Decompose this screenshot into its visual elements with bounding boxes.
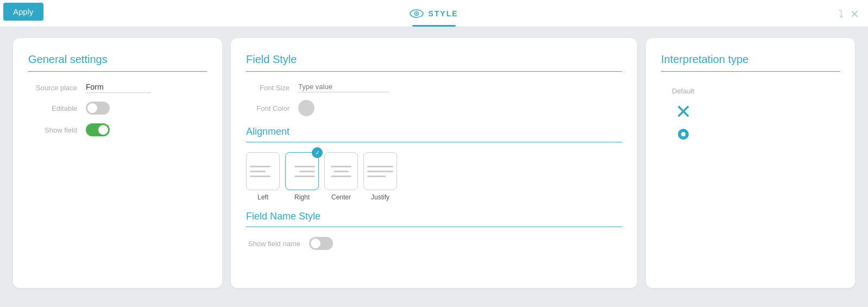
align-option-justify[interactable]: Justify <box>363 152 397 201</box>
field-style-card: Field Style Font Size Font Color Alignme… <box>231 38 637 288</box>
interpretation-options: Default ✕ <box>661 83 840 144</box>
align-check-right: ✓ <box>312 147 323 158</box>
style-underline <box>412 25 456 27</box>
left-line-3 <box>250 176 271 177</box>
justify-line-1 <box>367 166 393 167</box>
eye-icon <box>410 9 424 18</box>
show-field-slider <box>86 123 110 136</box>
editable-toggle[interactable] <box>86 102 110 115</box>
general-settings-card: General settings Source place Form Edita… <box>13 38 222 288</box>
field-name-style-section: Field Name Style Show field name <box>246 211 622 250</box>
field-style-title: Field Style <box>246 53 622 72</box>
style-title: STYLE <box>410 9 458 18</box>
apply-button[interactable]: Apply <box>3 3 43 21</box>
show-field-row: Show field <box>28 123 207 136</box>
style-label: STYLE <box>428 9 458 18</box>
font-size-label: Font Size <box>246 84 290 92</box>
interp-default-radio[interactable] <box>678 129 689 140</box>
align-box-left <box>246 152 280 190</box>
source-place-row: Source place Form <box>28 83 207 93</box>
close-icon[interactable]: ✕ <box>850 8 859 21</box>
align-label-justify: Justify <box>371 193 389 201</box>
left-line-1 <box>250 166 271 167</box>
right-line-1 <box>294 166 315 167</box>
interpretation-card: Interpretation type Default ✕ <box>646 38 855 288</box>
radio-inner <box>681 132 685 136</box>
font-color-picker[interactable] <box>298 100 315 116</box>
show-field-name-row: Show field name <box>246 237 622 250</box>
show-field-name-toggle[interactable] <box>309 237 333 250</box>
alignment-section: Alignment Left ✓ <box>246 126 622 201</box>
font-size-row: Font Size <box>246 83 622 92</box>
align-box-right: ✓ <box>285 152 319 190</box>
show-field-label: Show field <box>28 126 77 134</box>
align-option-left[interactable]: Left <box>246 152 280 201</box>
font-size-input[interactable] <box>298 83 389 92</box>
top-right-actions: ⤵ ✕ <box>838 8 859 21</box>
center-line-1 <box>331 166 351 167</box>
show-field-name-slider <box>309 237 333 250</box>
font-color-label: Font Color <box>246 104 290 112</box>
align-label-center: Center <box>331 193 351 201</box>
alignment-options: Left ✓ Right <box>246 152 622 201</box>
font-color-row: Font Color <box>246 100 622 116</box>
align-option-right[interactable]: ✓ Right <box>285 152 319 201</box>
align-label-right: Right <box>294 193 310 201</box>
left-line-2 <box>250 171 266 172</box>
show-field-toggle[interactable] <box>86 123 110 136</box>
align-option-center[interactable]: Center <box>324 152 358 201</box>
editable-row: Editable <box>28 102 207 115</box>
interpretation-title: Interpretation type <box>661 53 840 72</box>
right-line-3 <box>294 176 315 177</box>
editable-label: Editable <box>28 104 77 112</box>
align-box-justify <box>363 152 397 190</box>
svg-point-2 <box>416 12 418 14</box>
alignment-title: Alignment <box>246 126 622 142</box>
top-bar: Apply STYLE ⤵ ✕ <box>0 0 868 27</box>
interp-option-default[interactable]: Default ✕ <box>661 83 705 144</box>
align-box-center <box>324 152 358 190</box>
editable-slider <box>86 102 110 115</box>
justify-line-2 <box>367 171 393 172</box>
x-icon: ✕ <box>675 101 691 123</box>
main-content: General settings Source place Form Edita… <box>0 27 868 299</box>
center-line-2 <box>334 171 349 172</box>
align-label-left: Left <box>257 193 268 201</box>
chevron-down-icon[interactable]: ⤵ <box>838 8 844 21</box>
justify-line-3 <box>367 176 386 177</box>
field-name-style-title: Field Name Style <box>246 211 622 227</box>
source-place-value: Form <box>86 83 151 93</box>
right-line-2 <box>299 171 315 172</box>
interp-default-label: Default <box>672 87 694 95</box>
show-field-name-label: Show field name <box>246 240 300 248</box>
general-settings-title: General settings <box>28 53 207 72</box>
source-place-label: Source place <box>28 84 77 92</box>
center-line-3 <box>331 176 351 177</box>
